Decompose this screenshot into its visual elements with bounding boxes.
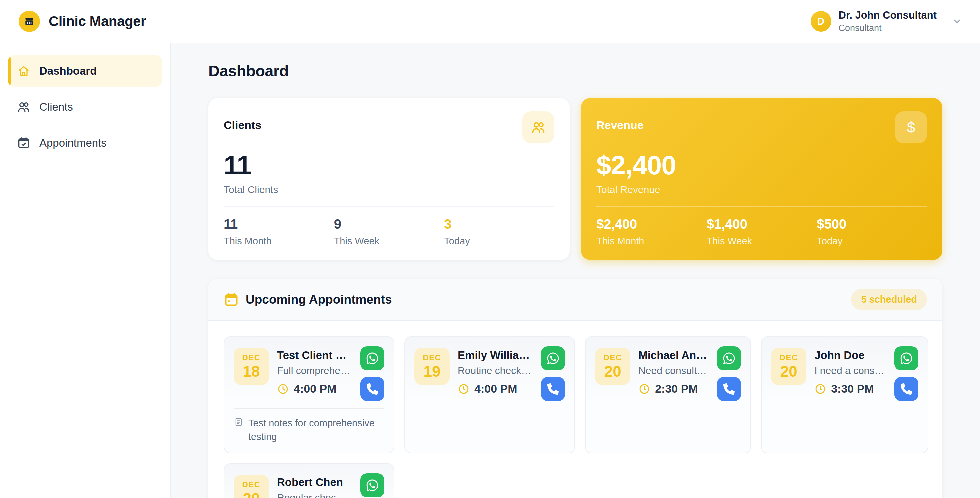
- appointment-description: Regular chec…: [277, 492, 350, 498]
- appointment-card[interactable]: DEC 19 Emily Willia… Routine check…: [404, 336, 575, 453]
- appointment-info: Emily Willia… Routine check… 4:00 PM: [458, 346, 531, 401]
- appointment-card[interactable]: DEC 20 John Doe I need a cons…: [761, 336, 928, 453]
- date-day: 20: [780, 363, 797, 380]
- appointment-card[interactable]: DEC 20 Robert Chen Regular chec…: [224, 463, 395, 498]
- clients-month-label: This Month: [224, 235, 334, 247]
- appointment-card-top: DEC 19 Emily Willia… Routine check…: [414, 346, 565, 401]
- date-day: 19: [423, 363, 440, 380]
- clients-month-value: 11: [224, 217, 334, 232]
- date-month: DEC: [423, 353, 441, 362]
- user-menu[interactable]: D Dr. John Consultant Consultant: [811, 10, 963, 33]
- revenue-card-title: Revenue: [597, 119, 644, 132]
- clients-total-value: 11: [224, 152, 554, 179]
- client-name: Robert Chen: [277, 476, 350, 488]
- date-month: DEC: [242, 353, 260, 362]
- client-name: Emily Willia…: [458, 349, 531, 362]
- date-badge: DEC 18: [234, 348, 269, 385]
- user-name: Dr. John Consultant: [838, 10, 937, 21]
- appointment-card[interactable]: DEC 20 Michael An… Need consult…: [585, 336, 751, 453]
- app-header: Clinic Manager D Dr. John Consultant Con…: [0, 0, 980, 43]
- date-badge: DEC 19: [414, 348, 450, 385]
- client-name: Michael An…: [638, 349, 707, 362]
- clock-icon: [277, 383, 289, 395]
- date-day: 20: [605, 363, 621, 380]
- appointments-panel: Upcoming Appointments 5 scheduled DEC 18…: [208, 278, 942, 498]
- sidebar-item-appointments[interactable]: Appointments: [8, 127, 162, 159]
- note-icon: [234, 417, 243, 427]
- call-button[interactable]: [717, 377, 741, 401]
- call-button[interactable]: [894, 377, 918, 401]
- phone-icon: [547, 383, 558, 395]
- home-icon: [17, 64, 31, 78]
- call-button[interactable]: [360, 377, 384, 401]
- divider: [597, 206, 927, 207]
- people-icon: [17, 100, 31, 114]
- clients-stat-card: Clients 11 Total Clients: [208, 98, 570, 260]
- revenue-month-label: This Month: [597, 235, 707, 247]
- appointment-time-row: 4:00 PM: [458, 382, 531, 395]
- brand: Clinic Manager: [19, 11, 146, 32]
- chevron-down-icon[interactable]: [951, 16, 963, 27]
- clients-today-value: 3: [444, 217, 554, 232]
- calendar-icon: [224, 292, 239, 307]
- whatsapp-icon: [366, 479, 379, 492]
- clients-week-label: This Week: [334, 235, 444, 247]
- calendar-check-icon: [17, 136, 31, 150]
- revenue-total-label: Total Revenue: [597, 184, 927, 195]
- whatsapp-button[interactable]: [894, 346, 918, 370]
- user-role: Consultant: [838, 23, 937, 33]
- appointment-description: I need a cons…: [815, 365, 885, 376]
- appointments-title: Upcoming Appointments: [246, 293, 392, 307]
- date-day: 20: [243, 490, 260, 498]
- panel-title-wrap: Upcoming Appointments: [224, 292, 392, 307]
- people-icon: [531, 120, 546, 135]
- date-badge: DEC 20: [595, 348, 630, 385]
- whatsapp-button[interactable]: [541, 346, 565, 370]
- scheduled-badge: 5 scheduled: [851, 289, 927, 310]
- breakdown-item: 3 Today: [444, 217, 554, 247]
- sidebar-item-label: Clients: [39, 101, 73, 113]
- revenue-week-label: This Week: [707, 235, 817, 247]
- appointment-card-top: DEC 18 Test Client … Full comprehe…: [234, 346, 384, 401]
- clients-total-label: Total Clients: [224, 184, 554, 195]
- appointment-card[interactable]: DEC 18 Test Client … Full comprehe…: [224, 336, 395, 453]
- appointment-actions: [360, 473, 384, 498]
- sidebar: Dashboard Clients Appointments: [0, 43, 171, 498]
- breakdown-item: $1,400 This Week: [707, 217, 817, 247]
- appointment-time-row: 3:30 PM: [815, 382, 885, 395]
- clock-icon: [458, 383, 470, 395]
- appointment-description: Full comprehe…: [277, 365, 350, 376]
- appointment-time: 2:30 PM: [655, 382, 698, 395]
- whatsapp-icon: [546, 352, 560, 365]
- active-indicator-bar: [8, 57, 11, 85]
- whatsapp-button[interactable]: [717, 346, 741, 370]
- whatsapp-button[interactable]: [360, 346, 384, 370]
- stats-row: Clients 11 Total Clients: [208, 98, 942, 260]
- dollar-icon: $: [907, 119, 915, 136]
- sidebar-item-clients[interactable]: Clients: [8, 91, 162, 123]
- appointment-time: 3:30 PM: [831, 382, 874, 395]
- divider: [224, 206, 554, 207]
- breakdown-item: 11 This Month: [224, 217, 334, 247]
- clients-breakdown: 11 This Month 9 This Week 3 Today: [224, 217, 554, 247]
- whatsapp-button[interactable]: [360, 473, 384, 497]
- appointment-description: Routine check…: [458, 365, 531, 376]
- date-month: DEC: [242, 480, 260, 489]
- app-title: Clinic Manager: [49, 13, 146, 29]
- appointment-time: 4:00 PM: [294, 382, 337, 395]
- clients-card-title: Clients: [224, 119, 261, 132]
- sidebar-item-dashboard[interactable]: Dashboard: [8, 55, 162, 87]
- appointment-card-top: DEC 20 Michael An… Need consult…: [595, 346, 741, 401]
- appointment-actions: [541, 346, 565, 401]
- call-button[interactable]: [541, 377, 565, 401]
- revenue-month-value: $2,400: [597, 217, 707, 232]
- appointment-info: Michael An… Need consult… 2:30 PM: [638, 346, 707, 401]
- breakdown-item: $2,400 This Month: [597, 217, 707, 247]
- revenue-breakdown: $2,400 This Month $1,400 This Week $500 …: [597, 217, 927, 247]
- clients-iconbox: [522, 111, 554, 143]
- date-day: 18: [243, 363, 260, 380]
- revenue-today-label: Today: [817, 235, 927, 247]
- revenue-week-value: $1,400: [707, 217, 817, 232]
- user-text: Dr. John Consultant Consultant: [838, 10, 937, 33]
- appointments-panel-header: Upcoming Appointments 5 scheduled: [208, 278, 942, 321]
